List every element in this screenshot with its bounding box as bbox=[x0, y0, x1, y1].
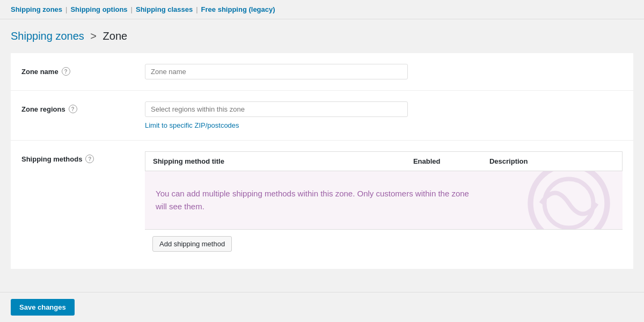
zone-regions-field: Limit to specific ZIP/postcodes bbox=[145, 101, 623, 129]
empty-state-message: You can add multiple shipping methods wi… bbox=[156, 187, 478, 213]
breadcrumb-parent-link[interactable]: Shipping zones bbox=[11, 30, 84, 42]
zone-regions-help-icon[interactable]: ? bbox=[69, 105, 77, 113]
zone-name-label: Zone name ? bbox=[21, 64, 145, 76]
top-navigation: Shipping zones | Shipping options | Ship… bbox=[0, 0, 644, 19]
zone-regions-input[interactable] bbox=[145, 101, 408, 117]
zone-name-help-icon[interactable]: ? bbox=[62, 67, 70, 76]
nav-shipping-zones[interactable]: Shipping zones bbox=[11, 5, 62, 13]
breadcrumb-separator: > bbox=[90, 30, 97, 42]
zone-regions-label: Zone regions ? bbox=[21, 101, 145, 113]
woo-watermark-icon bbox=[499, 171, 623, 229]
save-changes-button[interactable]: Save changes bbox=[11, 299, 75, 316]
nav-separator-1: | bbox=[65, 5, 67, 13]
nav-free-shipping[interactable]: Free shipping (legacy) bbox=[201, 5, 275, 13]
shipping-methods-help-icon[interactable]: ? bbox=[85, 155, 94, 163]
col-enabled: Enabled bbox=[372, 152, 482, 171]
zone-name-field bbox=[145, 64, 623, 79]
zone-name-row: Zone name ? bbox=[11, 53, 633, 91]
col-description: Description bbox=[482, 152, 623, 171]
breadcrumb: Shipping zones > Zone bbox=[11, 30, 633, 42]
nav-separator-2: | bbox=[131, 5, 133, 13]
shipping-methods-field: Shipping method title Enabled Descriptio… bbox=[145, 151, 623, 258]
empty-state: You can add multiple shipping methods wi… bbox=[145, 171, 623, 229]
add-method-row: Add shipping method bbox=[145, 229, 623, 258]
add-shipping-method-button[interactable]: Add shipping method bbox=[152, 236, 232, 252]
zone-name-input[interactable] bbox=[145, 64, 408, 79]
nav-separator-3: | bbox=[196, 5, 197, 13]
page-content: Shipping zones > Zone Zone name ? Zone r… bbox=[0, 19, 644, 320]
col-method-title: Shipping method title bbox=[145, 152, 372, 171]
shipping-methods-table: Shipping method title Enabled Descriptio… bbox=[145, 151, 623, 171]
table-header-row: Shipping method title Enabled Descriptio… bbox=[145, 152, 623, 171]
nav-shipping-classes[interactable]: Shipping classes bbox=[136, 5, 193, 13]
shipping-methods-label: Shipping methods ? bbox=[21, 151, 145, 163]
limit-zip-link[interactable]: Limit to specific ZIP/postcodes bbox=[145, 121, 623, 129]
save-bar: Save changes bbox=[0, 292, 644, 320]
shipping-methods-row: Shipping methods ? Shipping method title… bbox=[11, 141, 633, 269]
nav-shipping-options[interactable]: Shipping options bbox=[70, 5, 127, 13]
breadcrumb-current: Zone bbox=[103, 30, 128, 42]
zone-regions-row: Zone regions ? Limit to specific ZIP/pos… bbox=[11, 91, 633, 141]
